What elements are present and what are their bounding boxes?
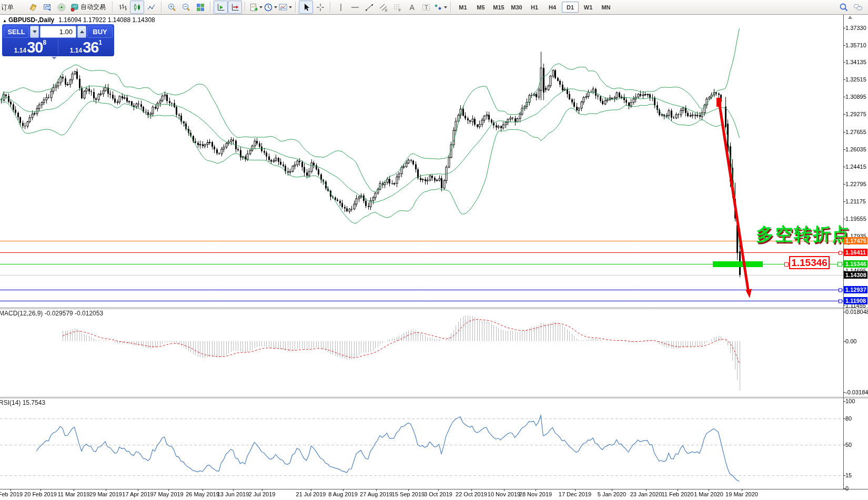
macd-axis-label: 0.00 xyxy=(845,338,856,344)
signal-button[interactable] xyxy=(54,1,68,14)
toolbar-separator xyxy=(295,2,296,13)
rsi-axis-label: 80 xyxy=(845,415,852,422)
date-axis-label: 27 Aug 2019 xyxy=(360,491,392,497)
bar-chart-button[interactable] xyxy=(116,1,130,14)
volume-input[interactable]: 1.00 xyxy=(40,26,76,38)
date-axis-label: 17 Apr 2019 xyxy=(122,491,153,497)
timeframe-button-m1[interactable]: M1 xyxy=(455,2,471,13)
rsi-axis-label: 15 xyxy=(845,472,852,478)
new-order-label: 新订单 xyxy=(2,3,14,12)
line-chart-icon xyxy=(147,3,156,12)
search-icon xyxy=(839,3,849,12)
toolbar-separator xyxy=(245,2,246,13)
zoom-in-icon xyxy=(167,3,177,12)
volume-decrease-button[interactable] xyxy=(30,26,39,38)
price-axis-label: 1.29275 xyxy=(845,111,866,117)
crosshair-button[interactable] xyxy=(313,1,327,14)
text-button[interactable]: A xyxy=(405,1,419,14)
horizontal-line-button[interactable] xyxy=(348,1,362,14)
rsi-axis-label: 0 xyxy=(845,485,849,492)
equidistant-channel-button[interactable]: E xyxy=(376,1,390,14)
chat-button[interactable] xyxy=(851,1,865,14)
text-label-button[interactable]: T xyxy=(419,1,433,14)
toolbar-separator xyxy=(330,2,331,13)
date-axis-label: 11 Mar 2019 xyxy=(58,491,90,497)
support-zone-rectangle[interactable] xyxy=(713,261,763,267)
price-tag: 1.11908 xyxy=(844,297,867,304)
timeframe-button-m30[interactable]: M30 xyxy=(508,2,525,13)
price-axis-label: 1.21175 xyxy=(845,198,866,205)
price-axis-label: 1.30895 xyxy=(845,94,866,100)
one-click-trading-panel: SELL 1.00 BUY 1.14308 1.14361 xyxy=(2,24,114,56)
timeframe-button-h1[interactable]: H1 xyxy=(526,2,543,13)
templates-button[interactable] xyxy=(278,1,292,14)
turning-point-annotation[interactable]: 多空转折点 xyxy=(756,222,851,247)
date-axis-label: 2 Jul 2019 xyxy=(249,491,276,497)
timeframe-button-m5[interactable]: M5 xyxy=(472,2,489,13)
chevron-down-icon xyxy=(259,6,263,8)
trendline-button[interactable] xyxy=(362,1,376,14)
favorites-button[interactable] xyxy=(26,1,40,14)
price-axis-label: 1.32515 xyxy=(845,76,866,83)
sell-price[interactable]: 1.14308 xyxy=(4,39,57,55)
zoom-out-icon xyxy=(181,3,191,12)
indicators-button[interactable] xyxy=(248,1,263,14)
charts-window-button[interactable] xyxy=(40,1,54,14)
cursor-icon xyxy=(301,3,311,12)
arrows-button[interactable] xyxy=(433,1,448,14)
timeframe-button-mn[interactable]: MN xyxy=(598,2,614,13)
timeframe-button-d1[interactable]: D1 xyxy=(562,2,579,13)
sell-button[interactable]: SELL xyxy=(4,26,29,38)
chart-canvas[interactable] xyxy=(0,0,868,500)
chart-shift-button[interactable] xyxy=(228,1,242,14)
buy-button[interactable]: BUY xyxy=(87,26,113,38)
timeframe-button-m15[interactable]: M15 xyxy=(490,2,507,13)
vertical-line-icon xyxy=(336,3,346,12)
toolbar-separator xyxy=(210,2,211,13)
rsi-indicator-label: RSI(14) 15.7543 xyxy=(0,399,45,406)
date-axis-label: 26 May 2019 xyxy=(186,491,219,497)
date-axis-label: 23 Jan 2020 xyxy=(630,491,662,497)
new-order-button[interactable]: 新订单 xyxy=(2,2,26,12)
rsi-axis-label: 50 xyxy=(845,442,852,448)
auto-scroll-button[interactable] xyxy=(214,1,228,14)
buy-price[interactable]: 1.14361 xyxy=(59,39,113,55)
price-tag: 1.16411 xyxy=(844,249,867,256)
triangle-down-icon xyxy=(33,30,37,33)
line-chart-button[interactable] xyxy=(144,1,158,14)
chart-shift-marker-icon[interactable] xyxy=(848,16,852,19)
svg-text:F: F xyxy=(399,8,401,12)
rsi-axis-label: 100 xyxy=(845,398,855,404)
window-marker-icon: ▲ xyxy=(3,18,7,23)
date-axis-label: 3 Oct 2019 xyxy=(424,491,452,497)
price-divider xyxy=(58,39,58,55)
chat-icon xyxy=(853,3,863,12)
date-axis-label: 22 Oct 2019 xyxy=(456,491,487,497)
candlestick-chart-button[interactable] xyxy=(130,1,144,14)
level-price-label[interactable]: 1.15346 xyxy=(789,256,830,269)
periods-button[interactable] xyxy=(263,1,278,14)
arrows-icon xyxy=(433,3,443,12)
timeframe-button-h4[interactable]: H4 xyxy=(544,2,561,13)
connector-square-green xyxy=(837,262,842,267)
price-tag: 1.15346 xyxy=(844,260,867,268)
autotrading-button[interactable]: 自动交易 xyxy=(68,1,109,14)
symbol-name: GBPUSD-,Daily xyxy=(8,16,54,24)
candlestick-chart-icon xyxy=(133,3,142,12)
vertical-line-button[interactable] xyxy=(334,1,348,14)
svg-text:E: E xyxy=(385,8,388,12)
date-axis-label: 8 Aug 2019 xyxy=(328,491,358,497)
fibonacci-button[interactable]: F xyxy=(390,1,405,14)
signal-icon xyxy=(57,3,66,12)
price-axis-label: 1.37330 xyxy=(845,25,866,31)
cursor-button[interactable] xyxy=(299,1,313,14)
tile-windows-button[interactable] xyxy=(193,1,207,14)
volume-increase-button[interactable] xyxy=(77,26,86,38)
search-button[interactable] xyxy=(836,1,851,14)
panel-collapse-icon[interactable] xyxy=(52,57,57,59)
zoom-out-button[interactable] xyxy=(179,1,193,14)
timeframe-button-w1[interactable]: W1 xyxy=(580,2,597,13)
autotrading-label: 自动交易 xyxy=(80,3,106,12)
templates-icon xyxy=(278,3,288,12)
zoom-in-button[interactable] xyxy=(165,1,179,14)
